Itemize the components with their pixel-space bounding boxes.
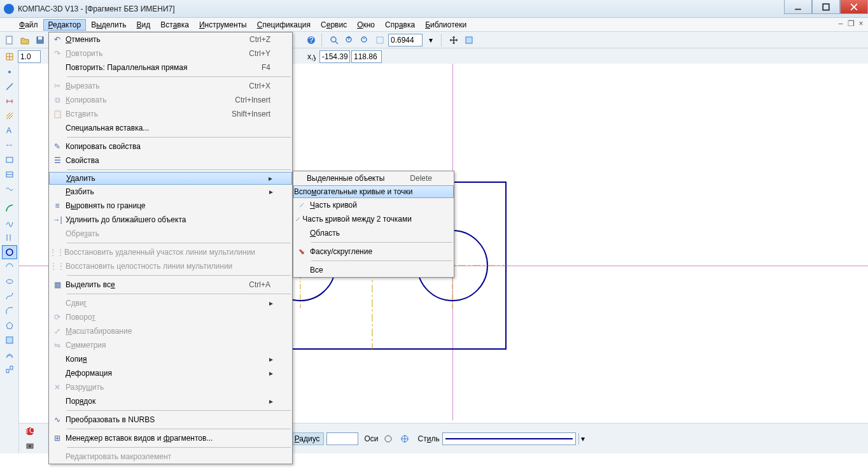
- coord-x-input[interactable]: [319, 50, 350, 63]
- menu-scale[interactable]: ⤢Масштабирование: [49, 324, 292, 338]
- menu-trim[interactable]: Обрезать: [49, 227, 292, 241]
- tool-ellipse[interactable]: [2, 274, 17, 288]
- menu-edit-macro[interactable]: Редактировать макроэлемент: [49, 450, 292, 464]
- menu-undo[interactable]: ↶ОтменитьCtrl+Z: [49, 32, 292, 46]
- menu-manager[interactable]: ⊞Менеджер вставок видов и фрагментов...: [49, 431, 292, 445]
- help-icon[interactable]: ?: [304, 33, 318, 47]
- menu-bar[interactable]: Файл Редактор Выделить Вид Вставка Инстр…: [0, 18, 868, 32]
- menu-redo[interactable]: ↷ПовторитьCtrl+Y: [49, 46, 292, 61]
- menu-file[interactable]: Файл: [14, 19, 43, 31]
- menu-window[interactable]: Окно: [352, 19, 380, 31]
- open-button[interactable]: [18, 33, 32, 47]
- tool-bezier[interactable]: [2, 289, 17, 303]
- camera-button[interactable]: [23, 439, 37, 453]
- menu-help[interactable]: Справка: [380, 19, 420, 31]
- menu-insert[interactable]: Вставка: [155, 19, 194, 31]
- menu-tools[interactable]: Инструменты: [194, 19, 252, 31]
- tool-parallel[interactable]: [2, 231, 17, 245]
- minimize-button[interactable]: [784, 0, 812, 14]
- menu-copy[interactable]: ⧉КопироватьCtrl+Insert: [49, 93, 292, 107]
- tool-polygon[interactable]: [2, 318, 17, 332]
- tool-spline[interactable]: [2, 216, 17, 230]
- style-combo[interactable]: [442, 432, 576, 445]
- menu-select-all[interactable]: ▦Выделить всеCtrl+A: [49, 278, 292, 292]
- zoom-in-button[interactable]: +: [342, 33, 356, 47]
- menu-editor[interactable]: Редактор: [43, 19, 87, 31]
- menu-rotate[interactable]: ⟳Поворот: [49, 310, 292, 324]
- submenu-part[interactable]: ⟋Часть кривой: [293, 198, 454, 212]
- tool-circle[interactable]: [2, 245, 17, 259]
- tool-table[interactable]: [2, 167, 17, 182]
- submenu-all[interactable]: Все: [293, 263, 454, 277]
- tool-point[interactable]: [2, 65, 17, 79]
- menu-extend[interactable]: →|Удлинить до ближайшего объекта: [49, 213, 292, 227]
- menu-props[interactable]: ☰Свойства: [49, 153, 292, 167]
- zoom-input[interactable]: [388, 34, 423, 46]
- menu-delete[interactable]: Удалить▸: [49, 172, 292, 185]
- tool-ellipse-arc[interactable]: [2, 260, 17, 274]
- thickness-input[interactable]: [18, 50, 41, 63]
- mdi-minimize[interactable]: –: [836, 19, 845, 28]
- menu-libs[interactable]: Библиотеки: [420, 19, 472, 31]
- menu-repeat[interactable]: Повторить: Параллельная прямаяF4: [49, 61, 292, 75]
- tool-axis[interactable]: [2, 138, 17, 152]
- mdi-close[interactable]: ×: [857, 19, 865, 28]
- tool-wave[interactable]: [2, 182, 17, 196]
- coord-y-input[interactable]: [351, 50, 382, 63]
- submenu-chamfer[interactable]: ⬊Фаску/скругление: [293, 245, 454, 259]
- submenu-selected[interactable]: Выделенные объектыDelete: [293, 171, 454, 185]
- submenu-aux[interactable]: Вспомогательные кривые и точки: [293, 185, 454, 198]
- grid-button[interactable]: [3, 50, 17, 64]
- menu-restore-ml[interactable]: ⋮⋮Восстановить удаленный участок линии м…: [49, 245, 292, 259]
- close-button[interactable]: [840, 0, 868, 14]
- menu-align[interactable]: ≡Выровнять по границе: [49, 199, 292, 213]
- menu-view[interactable]: Вид: [132, 19, 156, 31]
- menu-service[interactable]: Сервис: [316, 19, 352, 31]
- doc-icon: [3, 20, 11, 29]
- submenu-region[interactable]: Область: [293, 226, 454, 240]
- save-button[interactable]: [33, 33, 47, 47]
- tool-dimension[interactable]: [2, 94, 17, 108]
- tool-arc[interactable]: [2, 201, 17, 215]
- tool-hatch[interactable]: [2, 109, 17, 123]
- tool-equidistant[interactable]: [2, 348, 17, 362]
- tool-collect[interactable]: [2, 362, 17, 376]
- tool-text[interactable]: A: [2, 124, 17, 138]
- style-dropdown[interactable]: ▾: [578, 433, 587, 445]
- menu-destroy[interactable]: ✕Разрушить: [49, 380, 292, 394]
- zoom-fit-button[interactable]: [327, 33, 341, 47]
- maximize-button[interactable]: [812, 0, 840, 14]
- stop-button[interactable]: STOP: [23, 424, 37, 438]
- menu-paste[interactable]: 📋ВставитьShift+Insert: [49, 107, 292, 121]
- submenu-between[interactable]: ⟋Часть кривой между 2 точками: [293, 212, 454, 226]
- zoom-out-button[interactable]: -: [358, 33, 372, 47]
- svg-rect-15: [377, 37, 383, 43]
- menu-spec[interactable]: Спецификация: [252, 19, 316, 31]
- menu-shift[interactable]: Сдвиг▸: [49, 296, 292, 310]
- menu-mirror[interactable]: ⇋Симметрия: [49, 338, 292, 352]
- pan-button[interactable]: [447, 33, 461, 47]
- menu-paste-special[interactable]: Специальная вставка...: [49, 121, 292, 135]
- menu-copy2[interactable]: Копия▸: [49, 352, 292, 366]
- axes-on-button[interactable]: [398, 432, 412, 446]
- radius-input[interactable]: [326, 432, 358, 445]
- tool-chamfer[interactable]: [2, 304, 17, 318]
- axes-off-button[interactable]: [381, 432, 395, 446]
- tool-region[interactable]: [2, 333, 17, 347]
- menu-restore-ml2[interactable]: ⋮⋮Восстановить целостность линии мультил…: [49, 259, 292, 273]
- tool-line[interactable]: [2, 80, 17, 94]
- zoom-window-button[interactable]: [373, 33, 387, 47]
- menu-split[interactable]: Разбить▸: [49, 185, 292, 199]
- new-doc-button[interactable]: [3, 33, 17, 47]
- menu-order[interactable]: Порядок▸: [49, 394, 292, 408]
- menu-deform[interactable]: Деформация▸: [49, 366, 292, 380]
- zoom-dropdown[interactable]: ▾: [424, 33, 438, 47]
- menu-select[interactable]: Выделить: [86, 19, 131, 31]
- window-controls: [784, 0, 868, 14]
- refresh-button[interactable]: [462, 33, 476, 47]
- menu-cut[interactable]: ✂ВырезатьCtrl+X: [49, 79, 292, 93]
- menu-nurbs[interactable]: ∿Преобразовать в NURBS: [49, 413, 292, 427]
- tool-rect[interactable]: [2, 153, 17, 167]
- mdi-restore[interactable]: ❐: [846, 19, 855, 28]
- menu-copy-props[interactable]: ✎Копировать свойства: [49, 139, 292, 153]
